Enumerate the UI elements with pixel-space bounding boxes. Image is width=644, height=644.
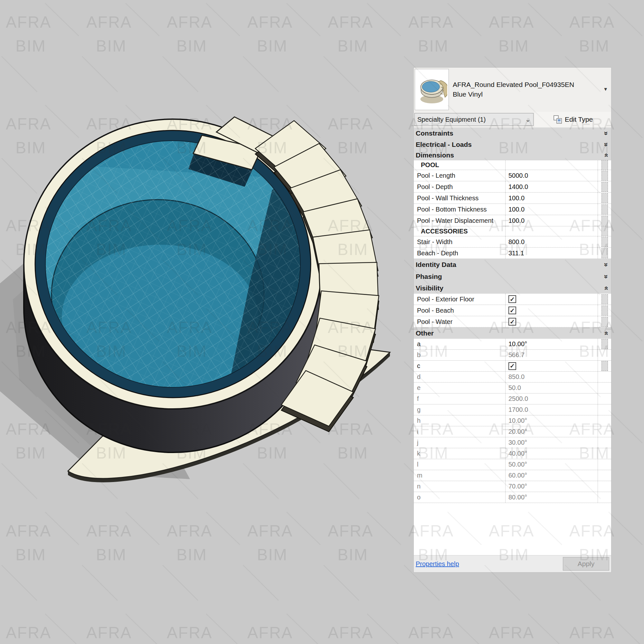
param-value: 50.0 [506, 383, 598, 393]
param-value[interactable]: 100.0 [506, 193, 598, 204]
param-value: 30.00° [506, 437, 598, 448]
type-selector-row: Specialty Equipment (1) ⌄ Edit Type [414, 111, 611, 128]
param-label: Pool - Water Displacement [414, 215, 506, 226]
param-row-stair-width: Stair - Width 800.0 [414, 236, 611, 248]
checkbox-checked[interactable]: ✓ [508, 318, 516, 326]
param-row-b: b 566.7 [414, 350, 611, 361]
expand-icon[interactable]: » [602, 142, 610, 146]
collapse-icon[interactable]: » [602, 153, 610, 157]
param-value[interactable]: 100.0 [506, 215, 598, 226]
expand-icon[interactable]: » [602, 274, 610, 278]
expand-icon[interactable]: » [602, 131, 610, 135]
param-value[interactable]: 1400.0 [506, 181, 598, 192]
section-label: Other [416, 329, 434, 337]
collapse-icon[interactable]: » [602, 286, 610, 290]
param-label: Pool - Wall Thickness [414, 193, 506, 204]
section-other[interactable]: Other » [414, 327, 611, 339]
section-label: Identity Data [416, 261, 456, 269]
param-row-a: a 10.00° [414, 339, 611, 350]
param-value: 80.00° [506, 492, 598, 503]
param-value[interactable]: 311.1 [506, 248, 598, 259]
param-label: e [414, 383, 506, 393]
param-row-j: j 30.00° [414, 437, 611, 448]
param-label: Pool - Water [414, 316, 506, 327]
element-filter-value: Specialty Equipment (1) [417, 116, 486, 123]
param-label: b [414, 350, 506, 360]
param-row-pool-length: Pool - Length 5000.0 [414, 170, 611, 181]
panel-footer: Properties help Apply [414, 555, 611, 572]
section-identity-data[interactable]: Identity Data » [414, 259, 611, 270]
properties-panel: AFRA_Round Elevated Pool_F04935EN Blue V… [414, 68, 611, 572]
associate-param-button[interactable] [601, 204, 608, 214]
section-label: Dimensions [416, 151, 454, 159]
checkbox-checked[interactable]: ✓ [508, 362, 516, 370]
param-label: Pool - Beach [414, 305, 506, 316]
associate-param-button[interactable] [601, 317, 608, 327]
section-label: Electrical - Loads [416, 141, 472, 148]
section-dimensions[interactable]: Dimensions » [414, 150, 611, 160]
edit-type-icon [553, 115, 562, 124]
associate-param-button[interactable] [601, 361, 608, 371]
associate-param-button[interactable] [601, 193, 608, 203]
associate-param-button[interactable] [601, 226, 608, 236]
associate-param-button[interactable] [601, 248, 608, 258]
element-filter-combo[interactable]: Specialty Equipment (1) ⌄ [414, 113, 534, 126]
associate-param-button[interactable] [601, 294, 608, 304]
param-row-g: g 1700.0 [414, 404, 611, 415]
associate-param-button[interactable] [601, 182, 608, 192]
param-row-pool-beach: Pool - Beach ✓ [414, 305, 611, 316]
associate-param-button[interactable] [601, 339, 608, 349]
associate-param-button[interactable] [601, 171, 608, 181]
param-value: 10.00° [506, 415, 598, 426]
param-row-d: d 850.0 [414, 372, 611, 383]
associate-param-button[interactable] [601, 160, 608, 170]
combo-chevron-icon: ⌄ [525, 116, 531, 123]
param-value: 60.00° [506, 470, 598, 481]
apply-button[interactable]: Apply [563, 557, 609, 571]
param-label: c [414, 361, 506, 371]
type-dropdown-icon[interactable]: ▼ [603, 86, 608, 92]
param-value[interactable]: 10.00° [506, 339, 598, 349]
checkbox-checked[interactable]: ✓ [508, 307, 516, 314]
param-row-pool-water-displacement: Pool - Water Displacement 100.0 [414, 215, 611, 226]
param-value: 50.00° [506, 459, 598, 470]
param-label: Pool - Depth [414, 181, 506, 192]
param-label: l [414, 459, 506, 470]
section-constraints[interactable]: Constraints » [414, 128, 611, 139]
expand-icon[interactable]: » [602, 263, 610, 267]
section-label: Visibility [416, 284, 443, 292]
properties-help-link[interactable]: Properties help [416, 560, 459, 568]
param-value: 850.0 [506, 372, 598, 382]
edit-type-button[interactable]: Edit Type [535, 112, 611, 127]
associate-param-button[interactable] [601, 306, 608, 316]
family-name: AFRA_Round Elevated Pool_F04935EN [453, 80, 574, 90]
group-label: ACCESSORIES [414, 226, 506, 236]
param-label: f [414, 393, 506, 404]
checkbox-checked[interactable]: ✓ [508, 295, 516, 303]
param-value[interactable]: 5000.0 [506, 170, 598, 181]
param-label: j [414, 437, 506, 448]
collapse-icon[interactable]: » [602, 331, 610, 335]
param-value[interactable]: 100.0 [506, 204, 598, 215]
section-label: Constraints [416, 129, 453, 137]
param-value: 1700.0 [506, 404, 598, 415]
section-electrical-loads[interactable]: Electrical - Loads » [414, 139, 611, 150]
associate-param-button[interactable] [601, 237, 608, 247]
section-visibility[interactable]: Visibility » [414, 282, 611, 294]
type-name: Blue Vinyl [453, 90, 574, 99]
param-row-e: e 50.0 [414, 383, 611, 393]
group-label: POOL [414, 160, 506, 170]
associate-param-button[interactable] [601, 216, 608, 226]
section-phasing[interactable]: Phasing » [414, 270, 611, 282]
param-label: Pool - Exterior Floor [414, 294, 506, 305]
param-row-pool-wall-thickness: Pool - Wall Thickness 100.0 [414, 193, 611, 204]
pool-thumbnail-icon [416, 71, 447, 108]
param-value[interactable]: 800.0 [506, 236, 598, 247]
param-label: g [414, 404, 506, 415]
section-label: Phasing [416, 273, 442, 280]
param-row-i: i 20.00° [414, 426, 611, 437]
param-row-pool-bottom-thickness: Pool - Bottom Thickness 100.0 [414, 204, 611, 215]
param-value: 70.00° [506, 481, 598, 492]
param-label: Stair - Width [414, 236, 506, 247]
param-label: Pool - Length [414, 170, 506, 181]
